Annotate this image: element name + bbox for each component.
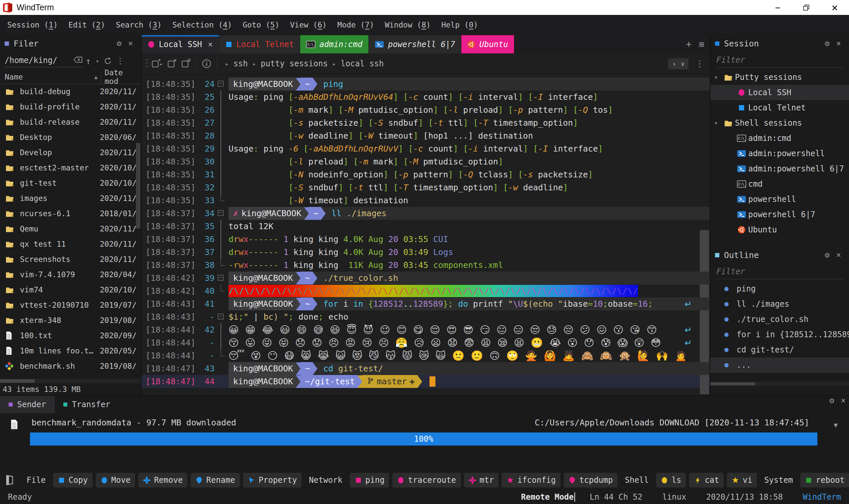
fold-marker[interactable] [215, 77, 229, 91]
tab-admin-cmd[interactable]: C:\_admin:cmd [300, 35, 369, 53]
fold-marker[interactable] [215, 259, 229, 272]
refresh-icon[interactable] [102, 57, 114, 65]
menu-item-selection[interactable]: Selection (4) [167, 21, 237, 29]
fold-marker[interactable] [215, 142, 229, 155]
column-header-date[interactable]: Date mod [101, 68, 141, 86]
fold-marker[interactable] [215, 91, 229, 104]
toolbar-button-vi[interactable]: vi [727, 473, 757, 487]
outline-item[interactable]: cd git-test/ [710, 342, 849, 357]
tab-close-icon[interactable]: × [208, 40, 213, 49]
transfer-settings-gear-icon[interactable]: ⚙ [826, 396, 837, 413]
file-row[interactable]: xterm-3482019/08/ [0, 313, 141, 328]
breadcrumb-segment[interactable]: local ssh [341, 59, 384, 68]
sidebar-item-shell-sessions[interactable]: ▾Shell sessions [710, 115, 849, 131]
toolbar-button-move[interactable]: Move [96, 473, 135, 487]
sidebar-item-admin-cmd[interactable]: C:\_admin:cmd [710, 131, 849, 146]
file-row[interactable]: git-test2020/10/ [0, 175, 141, 191]
file-row[interactable]: vim-7.4.10792020/04/ [0, 267, 141, 282]
file-row[interactable]: Qemu2020/11/ [0, 221, 141, 236]
duplicate-tab-icon[interactable] [179, 59, 193, 69]
filer-hscrollbar[interactable] [0, 379, 141, 383]
outline-item[interactable]: ./true_color.sh [710, 312, 849, 327]
toolbar-button-traceroute[interactable]: traceroute [392, 473, 460, 487]
minimize-button[interactable]: − [763, 0, 792, 15]
fold-marker[interactable] [215, 129, 229, 142]
toolbar-button-reboot[interactable]: reboot [800, 473, 849, 487]
sidebar-item-putty-sessions[interactable]: ▾Putty sessions [710, 70, 849, 85]
fold-marker[interactable] [215, 155, 229, 168]
file-row[interactable]: vttest-201907102019/07/ [0, 298, 141, 313]
file-row[interactable]: 100.txt2020/09/ [0, 328, 141, 343]
close-button[interactable]: × [820, 0, 849, 15]
toolbar-button-ping[interactable]: ping [350, 473, 389, 487]
up-directory-icon[interactable]: ↑ [83, 56, 93, 67]
file-row[interactable]: vim742020/10/ [0, 282, 141, 298]
clear-path-icon[interactable] [73, 56, 83, 65]
new-session-plus-icon[interactable]: + [686, 39, 691, 50]
filer-settings-gear-icon[interactable]: ⚙ [113, 39, 125, 48]
menu-item-help[interactable]: Help (0) [436, 21, 484, 29]
file-row[interactable]: Desktop2020/06/ [0, 130, 141, 145]
status-cursor-position[interactable]: Ln 44 Ch 52 [590, 492, 643, 502]
fold-marker[interactable] [215, 298, 229, 310]
toolbar-button-copy[interactable]: Copy [53, 473, 92, 487]
toolbar-button-mtr[interactable]: mtr [464, 473, 499, 487]
tab-list-menu-icon[interactable]: ≡ [699, 39, 704, 50]
tree-expand-icon[interactable]: ▾ [710, 120, 722, 126]
menu-item-search[interactable]: Search (3) [110, 21, 167, 29]
outline-hscrollbar[interactable] [710, 382, 849, 386]
sidebar-item-admin-powershell[interactable]: admin:powershell [710, 146, 849, 161]
transfer-tab-transfer[interactable]: Transfer [55, 396, 119, 413]
sidebar-item-local-ssh[interactable]: Local SSH [710, 85, 849, 100]
fold-marker[interactable] [215, 220, 229, 233]
status-os[interactable]: linux [662, 492, 686, 502]
toolbar-button-remove[interactable]: Remove [138, 473, 187, 487]
sidebar-item-admin-powershell-6-7[interactable]: admin:powershell 6|7 [710, 161, 849, 176]
file-row[interactable]: images2020/11/ [0, 191, 141, 206]
fold-marker[interactable] [215, 375, 229, 388]
fold-marker[interactable] [215, 349, 229, 362]
file-row[interactable]: 10m_lines_foo.t…2020/05/ [0, 343, 141, 358]
session-close-icon[interactable]: × [833, 39, 844, 48]
sidebar-item-local-telnet[interactable]: Local Telnet [710, 100, 849, 115]
tab-local-ssh[interactable]: Local SSH× [142, 35, 219, 53]
outline-filter-input[interactable] [716, 266, 844, 279]
panel-toggle-icon[interactable] [5, 474, 15, 486]
outline-item[interactable]: ll ./images [710, 296, 849, 312]
filer-vscrollbar[interactable] [136, 143, 140, 229]
fold-marker[interactable] [215, 246, 229, 259]
toolbar-button-ifconfig[interactable]: ifconfig [502, 473, 560, 487]
tab-local-telnet[interactable]: Local Telnet [219, 35, 300, 53]
file-row[interactable]: esctest2-master2020/10/ [0, 160, 141, 175]
new-tab-icon[interactable] [149, 59, 165, 69]
file-row[interactable]: build-release2020/11/ [0, 114, 141, 130]
outline-settings-gear-icon[interactable]: ⚙ [821, 250, 833, 259]
status-mode[interactable]: Remote Mode [521, 492, 574, 502]
fold-marker[interactable] [215, 116, 229, 129]
breadcrumb-segment[interactable]: putty sessions [261, 59, 328, 68]
sidebar-item-powershell-6-7[interactable]: powershell 6|7 [710, 207, 849, 222]
toolbar-button-ls[interactable]: ls [656, 473, 686, 487]
file-row[interactable]: qx_test_112020/11/ [0, 236, 141, 252]
outline-item[interactable]: ping [710, 281, 849, 296]
menu-item-mode[interactable]: Mode (7) [332, 21, 379, 29]
toolbar-button-rename[interactable]: Rename [191, 473, 240, 487]
session-filter-input[interactable] [716, 54, 844, 68]
sidebar-item-powershell[interactable]: powershell [710, 192, 849, 207]
fold-marker[interactable] [215, 181, 229, 194]
sidebar-item-ubuntu[interactable]: Ubuntu [710, 222, 849, 237]
fold-marker[interactable] [215, 233, 229, 246]
terminal[interactable]: [18:48:35]24king@MACBOOK~ping[18:48:35]2… [142, 74, 710, 395]
fold-marker[interactable] [215, 323, 229, 336]
close-tab-icon[interactable] [165, 59, 179, 69]
tab-ubuntu[interactable]: Ubuntu [461, 35, 514, 53]
sidebar-item-cmd[interactable]: C:\_cmd [710, 176, 849, 192]
file-row[interactable]: ncurses-6.12018/01/ [0, 206, 141, 221]
tree-expand-icon[interactable]: ▾ [710, 74, 722, 80]
filer-close-icon[interactable]: × [125, 39, 136, 48]
toolbar-button-property[interactable]: Property [243, 473, 302, 487]
status-datetime[interactable]: 2020/11/13 18:58 [706, 492, 783, 502]
outline-item[interactable]: ... [710, 357, 849, 373]
file-row[interactable]: build-profile2020/11/ [0, 99, 141, 114]
up-directory-dropdown-icon[interactable]: ▾ [93, 58, 102, 64]
